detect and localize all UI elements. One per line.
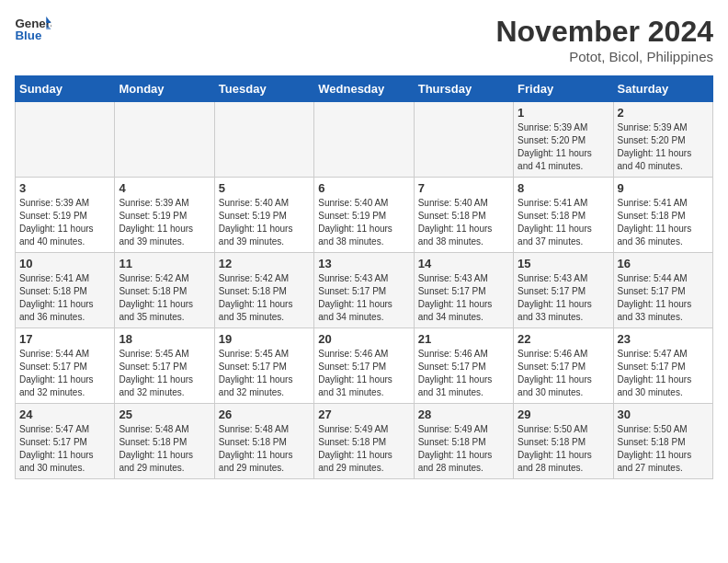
- day-of-week-header: Friday: [514, 76, 613, 102]
- day-info: Sunrise: 5:43 AM Sunset: 5:17 PM Dayligh…: [518, 272, 609, 324]
- calendar-day-cell: 10Sunrise: 5:41 AM Sunset: 5:18 PM Dayli…: [16, 253, 115, 328]
- day-number: 14: [418, 257, 509, 270]
- day-info: Sunrise: 5:50 AM Sunset: 5:18 PM Dayligh…: [518, 423, 609, 475]
- day-number: 27: [318, 408, 409, 421]
- day-info: Sunrise: 5:40 AM Sunset: 5:19 PM Dayligh…: [219, 197, 310, 248]
- calendar-day-cell: 22Sunrise: 5:46 AM Sunset: 5:17 PM Dayli…: [514, 328, 613, 404]
- day-of-week-header: Monday: [115, 76, 214, 102]
- day-number: 3: [19, 181, 110, 195]
- month-title: November 2024: [495, 15, 713, 49]
- calendar-day-cell: 8Sunrise: 5:41 AM Sunset: 5:18 PM Daylig…: [514, 178, 613, 253]
- day-of-week-header: Saturday: [613, 76, 712, 102]
- day-number: 7: [418, 181, 509, 195]
- day-info: Sunrise: 5:39 AM Sunset: 5:19 PM Dayligh…: [119, 197, 210, 248]
- day-of-week-header: Sunday: [16, 76, 115, 102]
- day-info: Sunrise: 5:44 AM Sunset: 5:17 PM Dayligh…: [618, 272, 709, 324]
- calendar-day-cell: 3Sunrise: 5:39 AM Sunset: 5:19 PM Daylig…: [16, 178, 115, 253]
- calendar-day-cell: [314, 102, 414, 178]
- day-info: Sunrise: 5:43 AM Sunset: 5:17 PM Dayligh…: [418, 272, 509, 324]
- calendar-day-cell: 29Sunrise: 5:50 AM Sunset: 5:18 PM Dayli…: [514, 404, 613, 479]
- calendar-day-cell: 1Sunrise: 5:39 AM Sunset: 5:20 PM Daylig…: [514, 102, 613, 178]
- day-info: Sunrise: 5:40 AM Sunset: 5:18 PM Dayligh…: [418, 197, 509, 248]
- calendar-day-cell: 21Sunrise: 5:46 AM Sunset: 5:17 PM Dayli…: [414, 328, 513, 404]
- calendar-day-cell: 14Sunrise: 5:43 AM Sunset: 5:17 PM Dayli…: [414, 253, 513, 328]
- day-info: Sunrise: 5:41 AM Sunset: 5:18 PM Dayligh…: [518, 197, 609, 248]
- day-number: 19: [219, 332, 310, 346]
- day-info: Sunrise: 5:39 AM Sunset: 5:20 PM Dayligh…: [518, 121, 609, 173]
- calendar-week-row: 17Sunrise: 5:44 AM Sunset: 5:17 PM Dayli…: [16, 328, 713, 404]
- calendar-day-cell: 11Sunrise: 5:42 AM Sunset: 5:18 PM Dayli…: [115, 253, 214, 328]
- day-number: 26: [219, 408, 310, 421]
- day-info: Sunrise: 5:42 AM Sunset: 5:18 PM Dayligh…: [119, 272, 210, 324]
- day-number: 30: [618, 408, 709, 421]
- calendar-day-cell: 27Sunrise: 5:49 AM Sunset: 5:18 PM Dayli…: [314, 404, 414, 479]
- day-info: Sunrise: 5:46 AM Sunset: 5:17 PM Dayligh…: [318, 348, 409, 399]
- calendar-day-cell: 26Sunrise: 5:48 AM Sunset: 5:18 PM Dayli…: [214, 404, 313, 479]
- day-number: 25: [119, 408, 210, 421]
- calendar-day-cell: 7Sunrise: 5:40 AM Sunset: 5:18 PM Daylig…: [414, 178, 513, 253]
- day-number: 28: [418, 408, 509, 421]
- day-info: Sunrise: 5:46 AM Sunset: 5:17 PM Dayligh…: [518, 348, 609, 399]
- day-number: 24: [19, 408, 110, 421]
- days-header-row: SundayMondayTuesdayWednesdayThursdayFrid…: [16, 76, 713, 102]
- calendar-day-cell: [414, 102, 513, 178]
- day-number: 5: [219, 181, 310, 195]
- calendar-day-cell: 4Sunrise: 5:39 AM Sunset: 5:19 PM Daylig…: [115, 178, 214, 253]
- calendar-day-cell: 15Sunrise: 5:43 AM Sunset: 5:17 PM Dayli…: [514, 253, 613, 328]
- day-number: 18: [119, 332, 210, 346]
- day-number: 10: [19, 257, 110, 270]
- page-header: General Blue November 2024 Potot, Bicol,…: [15, 15, 713, 64]
- day-info: Sunrise: 5:40 AM Sunset: 5:19 PM Dayligh…: [318, 197, 409, 248]
- calendar-day-cell: 24Sunrise: 5:47 AM Sunset: 5:17 PM Dayli…: [16, 404, 115, 479]
- day-info: Sunrise: 5:49 AM Sunset: 5:18 PM Dayligh…: [418, 423, 509, 475]
- day-of-week-header: Wednesday: [314, 76, 414, 102]
- day-info: Sunrise: 5:39 AM Sunset: 5:19 PM Dayligh…: [19, 197, 110, 248]
- location: Potot, Bicol, Philippines: [495, 49, 713, 64]
- day-info: Sunrise: 5:46 AM Sunset: 5:17 PM Dayligh…: [418, 348, 509, 399]
- day-info: Sunrise: 5:44 AM Sunset: 5:17 PM Dayligh…: [19, 348, 110, 399]
- day-info: Sunrise: 5:41 AM Sunset: 5:18 PM Dayligh…: [618, 197, 709, 248]
- calendar-day-cell: 9Sunrise: 5:41 AM Sunset: 5:18 PM Daylig…: [613, 178, 712, 253]
- day-info: Sunrise: 5:48 AM Sunset: 5:18 PM Dayligh…: [119, 423, 210, 475]
- day-number: 6: [318, 181, 409, 195]
- day-number: 4: [119, 181, 210, 195]
- calendar-day-cell: 20Sunrise: 5:46 AM Sunset: 5:17 PM Dayli…: [314, 328, 414, 404]
- logo: General Blue: [15, 15, 55, 44]
- day-number: 15: [518, 257, 609, 270]
- day-info: Sunrise: 5:42 AM Sunset: 5:18 PM Dayligh…: [219, 272, 310, 324]
- calendar-day-cell: 30Sunrise: 5:50 AM Sunset: 5:18 PM Dayli…: [613, 404, 712, 479]
- day-info: Sunrise: 5:50 AM Sunset: 5:18 PM Dayligh…: [618, 423, 709, 475]
- calendar-week-row: 10Sunrise: 5:41 AM Sunset: 5:18 PM Dayli…: [16, 253, 713, 328]
- day-number: 23: [618, 332, 709, 346]
- calendar-day-cell: [16, 102, 115, 178]
- day-number: 20: [318, 332, 409, 346]
- day-info: Sunrise: 5:48 AM Sunset: 5:18 PM Dayligh…: [219, 423, 310, 475]
- calendar-day-cell: 19Sunrise: 5:45 AM Sunset: 5:17 PM Dayli…: [214, 328, 313, 404]
- day-number: 16: [618, 257, 709, 270]
- day-number: 22: [518, 332, 609, 346]
- day-info: Sunrise: 5:41 AM Sunset: 5:18 PM Dayligh…: [19, 272, 110, 324]
- calendar-day-cell: 2Sunrise: 5:39 AM Sunset: 5:20 PM Daylig…: [613, 102, 712, 178]
- calendar-day-cell: 5Sunrise: 5:40 AM Sunset: 5:19 PM Daylig…: [214, 178, 313, 253]
- calendar-day-cell: 23Sunrise: 5:47 AM Sunset: 5:17 PM Dayli…: [613, 328, 712, 404]
- calendar-week-row: 1Sunrise: 5:39 AM Sunset: 5:20 PM Daylig…: [16, 102, 713, 178]
- day-info: Sunrise: 5:49 AM Sunset: 5:18 PM Dayligh…: [318, 423, 409, 475]
- day-info: Sunrise: 5:45 AM Sunset: 5:17 PM Dayligh…: [119, 348, 210, 399]
- calendar-day-cell: [115, 102, 214, 178]
- calendar-day-cell: 6Sunrise: 5:40 AM Sunset: 5:19 PM Daylig…: [314, 178, 414, 253]
- calendar-day-cell: 28Sunrise: 5:49 AM Sunset: 5:18 PM Dayli…: [414, 404, 513, 479]
- day-info: Sunrise: 5:45 AM Sunset: 5:17 PM Dayligh…: [219, 348, 310, 399]
- day-number: 11: [119, 257, 210, 270]
- day-number: 29: [518, 408, 609, 421]
- day-number: 8: [518, 181, 609, 195]
- calendar-day-cell: 17Sunrise: 5:44 AM Sunset: 5:17 PM Dayli…: [16, 328, 115, 404]
- day-info: Sunrise: 5:47 AM Sunset: 5:17 PM Dayligh…: [19, 423, 110, 475]
- day-number: 9: [618, 181, 709, 195]
- day-number: 2: [618, 106, 709, 120]
- day-info: Sunrise: 5:39 AM Sunset: 5:20 PM Dayligh…: [618, 121, 709, 173]
- day-info: Sunrise: 5:47 AM Sunset: 5:17 PM Dayligh…: [618, 348, 709, 399]
- day-info: Sunrise: 5:43 AM Sunset: 5:17 PM Dayligh…: [318, 272, 409, 324]
- day-number: 1: [518, 106, 609, 120]
- day-of-week-header: Thursday: [414, 76, 513, 102]
- day-number: 17: [19, 332, 110, 346]
